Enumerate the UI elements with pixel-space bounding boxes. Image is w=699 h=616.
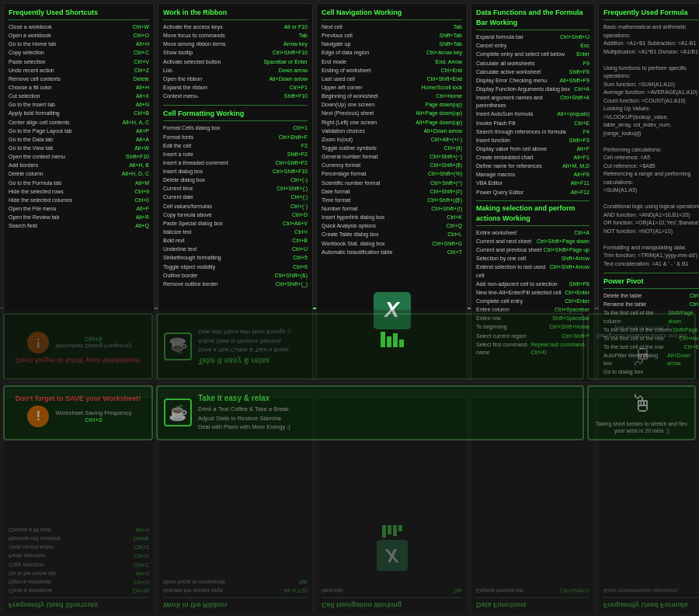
cf-date: Current dateCtrl+(;) (163, 193, 308, 201)
cn-zoom: Zoom In(out)Ctrl+Alt+(+/-) (322, 136, 462, 144)
sel-add: Add non-adjacent cell to selectionShift+… (476, 280, 589, 288)
sel-entire: Entire worksheetCtrl+A (476, 229, 589, 237)
cn-edge: Edge of data regionCtrl+Arrow key (322, 49, 462, 57)
df-vba: VBA EditorAlt+F11 (476, 179, 589, 187)
cn-nextsheet: Next (Previous) sheetAlt+Page down(up) (322, 110, 462, 117)
cn-scroll: Down(Up) one screenPage down(up) (322, 101, 462, 109)
selection-title: Making selection and perform actions Wor… (476, 204, 589, 226)
shortcut-borders: Add bordersAlt+H, B (9, 162, 149, 169)
cn-general: General number formatCtrl+Shift+(~) (322, 153, 462, 161)
ribbon-open: Open the ribbonAlt+Down arrow (163, 75, 308, 83)
shortcut-hidecols: Hide the selected columnsCtrl+0 (9, 197, 149, 204)
ribbon-focus: Move focus to commandsTab (163, 32, 308, 40)
shortcut-view: Go to the View tabAlt+W (9, 144, 149, 152)
cn-upper: Upper-left cornerHome/Scroll lock (322, 84, 462, 92)
df-flash: Invoke Flash FillCtrl+E (476, 120, 589, 127)
cn-analysis: Quick Analysis optionsCtrl+Q (322, 222, 462, 230)
sel-one-cell: Selection by one cellShift+Arrow (476, 255, 589, 263)
ribbon-tooltip: Show tooltipCtrl+Shift+F10 (163, 49, 308, 57)
df-args: Display Function Arguments dialog boxCtr… (476, 85, 589, 93)
cn-table: Create Table dialog boxCtrl+L (322, 231, 462, 238)
cf-strike: Strikethrough formattingCtrl+5 (163, 254, 308, 262)
ribbon-list: List-Down arrow (163, 67, 308, 75)
ribbon-expand: Expand the ribbonCtrl+F1 (163, 84, 308, 92)
cn-date: Date formatCtrl+Shift+(#) (322, 188, 462, 196)
sel-complete: Complete cell entryCtrl+Enter (476, 298, 589, 305)
cn-last: Last used cellCtrl+Shift+End (322, 75, 462, 83)
df-pq: Power Query EditorAlt+F12 (476, 189, 589, 197)
shortcut-undo: Undo recent actionCtrl+Z (9, 67, 149, 75)
cf-bold: Bold rextCtrl+B (163, 237, 308, 245)
cn-auto: Automatic beautification tableCtrl+T (322, 249, 462, 256)
cn-right: Right (Left) one screenAlt+Page down(up) (322, 119, 462, 127)
cell-formatting-title: Cell Formatting Working (163, 109, 308, 121)
sel-prev-sheet: Current and previous sheetCtrl+Shift+Pag… (476, 246, 589, 254)
cn-outline: Toggle outline symbolsCtrl+(8) (322, 144, 462, 152)
cf-insert-dlg: Insert dialog boxCtrl+Shift+F10 (163, 168, 308, 176)
ribbon-title: Work in the Ribbon (163, 8, 308, 20)
data-functions-title: Data Functions and the Formula Bar Worki… (476, 8, 589, 30)
cn-end: End modeEnd, Arrow (322, 58, 462, 66)
cf-time: Current timeCtrl+Shift+(;) (163, 185, 308, 193)
formula-title: Frequently Used Formula (603, 8, 699, 20)
cf-italic: Italicize textCtrl+I (163, 228, 308, 236)
ribbon-activate: Activate selected buttonSpacebar or Ente… (163, 58, 308, 66)
cf-dialog: Format Cells dialog boxCtrl+1 (163, 124, 308, 132)
cn-begin: Beginning of worksheetCtrl+Home (322, 92, 462, 100)
df-expand: Expand formula barCtrl+Shift+U (476, 33, 589, 41)
pp-rename: Rename the tableCtrl+R (603, 301, 699, 308)
sel-last: Extend selection to last used cellCtrl+S… (476, 263, 589, 279)
shortcut-context: Open the context menuShift+F10 (9, 153, 149, 161)
shortcut-copy: Copy selectionCtrl+C (9, 49, 149, 57)
shortcut-file: Open the File menuAlt+F (9, 205, 149, 213)
shortcut-fill: Choose a fill colorAlt+H (9, 84, 149, 92)
cn-validation: Validation choicesAlt+Down arrow (322, 127, 462, 135)
shortcut-deletecol: Delete columnAlt+H, D, C (9, 170, 149, 178)
df-complete: Complete entry and select cell belowEnte… (476, 50, 589, 58)
cf-copyformula: Copy formula aboveCtrl+D (163, 211, 308, 219)
shortcut-home: Go to the Home tabAlt+H (9, 40, 149, 48)
cell-nav-title: Cell Navigation Working (322, 8, 462, 20)
shortcut-hiderows: Hide the selected rowsCtrl+9 (9, 188, 149, 196)
ribbon-access: Activate the access keysAlt or F10 (163, 23, 308, 31)
cn-next: Next cellTab (322, 23, 462, 31)
frequently-used-title: Frequently Used Shortcuts (9, 8, 149, 20)
cn-time: Time formatCtrl+Shift+(@) (322, 197, 462, 204)
df-autosum: Insert AutoSum formulaAlt+=(equals) (476, 110, 589, 118)
cf-outline: Outline borderCtrl+Shift+(&) (163, 272, 308, 280)
shortcut-cut: Cut selectionAlt+X (9, 92, 149, 100)
df-search: Search through references in formulaF4 (476, 128, 589, 136)
df-macros: Manage macrosAlt+F8 (476, 171, 589, 179)
power-pivot-title: Power Pivot (603, 277, 699, 289)
cn-ending: Ending of worksheetCtrl+End (322, 67, 462, 75)
sel-next-sheet: Current and next sheetCtrl+Shift+Page do… (476, 238, 589, 245)
df-argnames: Insert argument names and parenthesesCtr… (476, 94, 589, 110)
cf-fonts: Format fontsCtrl+Shift+F (163, 134, 308, 141)
shortcut-bold: Apply bold formattingCtrl+B (9, 110, 149, 117)
cn-percent: Percentage formatCtrl+Shift+(%) (322, 170, 462, 178)
shortcut-pagelayout: Go to the Page Layout tabAlt+P (9, 127, 149, 135)
shortcut-remove: Remove cell contentsDelete (9, 75, 149, 83)
ribbon-context: Context menu-Shift+F10 (163, 92, 308, 100)
cn-currency: Currency formatCtrl+Shift+($) (322, 162, 462, 169)
cn-workbook: Workbook Stat. dialog boxCtrl+Shift+G (322, 240, 462, 248)
shortcut-insert: Go to the Insert tabAlt+N (9, 101, 149, 109)
cn-prev: Previous cellShift+Tab (322, 32, 462, 40)
cf-remove-outline: Remove outline borderCtrl+Shift+(_) (163, 280, 308, 288)
cf-note: Insert a noteShift+F2 (163, 151, 308, 158)
pp-delete: Delete the tableCtrl+D (603, 292, 699, 300)
df-calc-active: Calculate active worksheetShift+F9 (476, 68, 589, 76)
cf-values: Cell values/formulasCtrl+(`) (163, 203, 308, 211)
shortcut-review: Open the Review tabAlt+R (9, 214, 149, 221)
shortcut-search: Search fieldAlt+Q (9, 222, 149, 230)
shortcut-paste: Paste selectionCtrl+V (9, 58, 149, 66)
df-error: Display Error Checking menuAlt+Shift+F9 (476, 77, 589, 85)
shortcut-formula: Go to the Formula tabAlt+M (9, 179, 149, 187)
df-insert-fn: Insert functionShift+F3 (476, 137, 589, 144)
shortcut-open: Open a workbookCtrl+O (9, 32, 149, 40)
df-cancel: Cancel entryEsc (476, 42, 589, 50)
df-define: Define name for referencesAlt+M, M,D (476, 162, 589, 170)
reflection: Frequently Used Shortcuts Close a workbo… (0, 309, 699, 616)
cf-underline: Underline textCtrl+U (163, 245, 308, 253)
cf-toggle: Toggle object visibilityCtrl+6 (163, 263, 308, 271)
